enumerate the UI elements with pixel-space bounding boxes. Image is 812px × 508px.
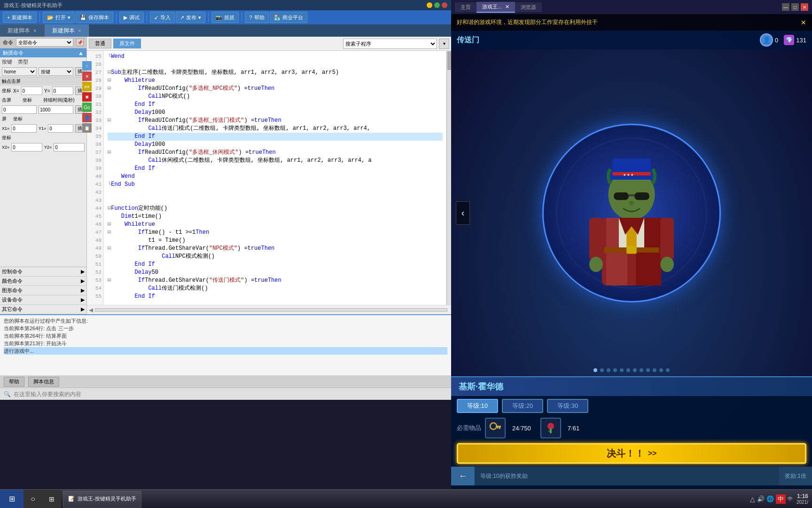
- swipe-x2-input[interactable]: [11, 143, 42, 151]
- search-dropdown-btn[interactable]: ▾: [439, 39, 449, 49]
- win-maximize[interactable]: □: [791, 3, 799, 11]
- scrollbar-thumb[interactable]: [447, 51, 451, 70]
- svg-rect-12: [629, 194, 635, 196]
- help-button[interactable]: ? 帮助: [245, 12, 268, 23]
- side-icon-2[interactable]: ✕: [82, 71, 92, 81]
- code-editor: 普通 原文件 搜索子程序 ▾: [87, 37, 451, 314]
- expand-icon4: ▶: [81, 297, 85, 303]
- maximize-btn[interactable]: [434, 2, 440, 8]
- folder-icon: 📂: [47, 15, 54, 21]
- taskbar-item-ide[interactable]: 📝 游戏王-按键精灵手机助手: [63, 491, 141, 508]
- svg-point-17: [660, 256, 674, 271]
- commerce-button[interactable]: 🏪 商业平台: [270, 12, 307, 23]
- shop-icon: 🏪: [274, 15, 281, 21]
- control-commands[interactable]: 控制命令 ▶: [0, 267, 86, 277]
- import-button[interactable]: ↙ 导入: [150, 12, 175, 23]
- reward-multiplier: 奖励:1倍: [779, 467, 812, 485]
- ide-app-icon: 📝: [68, 496, 75, 502]
- toolbar-separator4: [208, 13, 209, 22]
- side-icon-go[interactable]: Go: [82, 103, 92, 112]
- taskbar-view-button[interactable]: ⊞: [42, 490, 61, 508]
- level-tabs: 等级:10 等级:20 等级:30: [451, 396, 812, 416]
- win-controls[interactable]: —: [782, 3, 789, 11]
- tray-label: 中: [788, 495, 793, 502]
- publish-button[interactable]: ↗ 发布 ▾: [176, 12, 205, 23]
- debug-button[interactable]: ▶ 调试: [119, 12, 144, 23]
- tab-close-2[interactable]: ✕: [78, 28, 81, 33]
- save-button[interactable]: 💾 保存脚本: [76, 12, 113, 23]
- key-select[interactable]: home: [2, 67, 37, 76]
- collapse-icon[interactable]: ▲: [78, 50, 84, 56]
- subroutine-search-select[interactable]: 搜索子程序: [343, 39, 437, 49]
- taskbar-search-button[interactable]: ○: [23, 490, 42, 508]
- tab-normal[interactable]: 普通: [89, 39, 111, 48]
- tab-new-script-2[interactable]: 新建脚本 ✕: [45, 24, 89, 37]
- key-row: 按键 类型: [0, 57, 86, 66]
- nav-arrow-left[interactable]: ‹: [456, 201, 470, 225]
- press-x-input[interactable]: [2, 105, 37, 114]
- level-tab-20[interactable]: 等级:20: [502, 399, 543, 413]
- code-line-35: End If: [108, 133, 443, 141]
- side-icon-4[interactable]: ✖: [82, 92, 92, 102]
- open-button[interactable]: 📂 打开 ▾: [43, 12, 75, 23]
- color-commands[interactable]: 颜色命令 ▶: [0, 277, 86, 286]
- level-tab-10[interactable]: 等级:10: [457, 399, 498, 413]
- script-bottom-tabs: 帮助 脚本信息: [0, 375, 451, 388]
- level-tab-30[interactable]: 等级:30: [547, 399, 588, 413]
- command-select[interactable]: 全部命令: [16, 38, 73, 47]
- y-input[interactable]: [52, 87, 73, 95]
- side-icon-5[interactable]: 👤: [82, 113, 92, 122]
- device-commands[interactable]: 设备命令 ▶: [0, 295, 86, 305]
- help-tab[interactable]: 帮助: [4, 377, 24, 387]
- ime-icon[interactable]: 中: [776, 494, 786, 504]
- shape-commands[interactable]: 图形命令 ▶: [0, 286, 86, 295]
- search-input[interactable]: [14, 391, 447, 397]
- win-close[interactable]: ✕: [801, 3, 808, 11]
- code-line-40: Wend: [108, 173, 443, 181]
- minimize-btn[interactable]: [427, 2, 432, 8]
- scroll-left-icon[interactable]: ◀: [89, 307, 93, 313]
- title-bar: 游戏王-按键精灵手机助手: [0, 0, 451, 10]
- taskbar: ⊞ ○ ⊞ 📝 游戏王-按键精灵手机助手 △ 🔊 🌐 中 中 1:16 20: [0, 489, 812, 508]
- character-card: 基斯·霍华德 等级:10 等级:20 等级:30 必需物品: [451, 376, 812, 508]
- code-line-31: End If: [108, 101, 443, 109]
- game-tab-close[interactable]: ✕: [505, 4, 509, 9]
- volume-icon[interactable]: 🔊: [757, 495, 765, 502]
- side-icon-3[interactable]: ≡≡: [82, 82, 92, 91]
- close-btn[interactable]: [442, 2, 447, 8]
- notice-close-icon[interactable]: ✕: [801, 19, 806, 26]
- toolbar-separator5: [242, 13, 242, 22]
- x-input[interactable]: [21, 87, 42, 95]
- capture-button[interactable]: 📷 抓抓: [211, 12, 239, 23]
- swipe-y1-input[interactable]: [48, 124, 73, 133]
- side-icon-1[interactable]: ↑: [82, 61, 92, 71]
- swipe-y2-input[interactable]: [54, 143, 85, 151]
- network-icon[interactable]: 🌐: [766, 495, 774, 502]
- home-tab[interactable]: 主页: [455, 2, 476, 12]
- browser-tab[interactable]: 浏览器: [515, 2, 542, 12]
- hud-title: 传送门: [457, 35, 479, 45]
- pin-button[interactable]: 📌: [76, 39, 84, 46]
- type-select[interactable]: 按键: [39, 67, 73, 76]
- tab-source[interactable]: 原文件: [113, 39, 141, 48]
- tab-close-1[interactable]: ✕: [33, 28, 37, 33]
- new-script-button[interactable]: + 新建脚本: [3, 12, 37, 23]
- h-scroll-track[interactable]: [95, 308, 447, 312]
- script-info-tab[interactable]: 脚本信息: [28, 377, 59, 387]
- swipe-x1-input[interactable]: [11, 124, 37, 133]
- start-button[interactable]: ⊞: [0, 490, 23, 508]
- svg-rect-10: [614, 192, 629, 200]
- item-1-count: 24/750: [512, 425, 531, 432]
- expand-icon: ▶: [81, 269, 85, 275]
- tab-new-script-1[interactable]: 新建脚本 ✕: [0, 24, 45, 37]
- side-icon-6[interactable]: 📋: [82, 123, 92, 133]
- horizontal-scroll-bar[interactable]: ◀: [87, 305, 451, 314]
- dot-2: [607, 368, 610, 372]
- duel-button[interactable]: 决斗！！: [457, 443, 806, 464]
- duration-input[interactable]: [39, 105, 73, 114]
- other-commands[interactable]: 其它命令 ▶: [0, 305, 86, 314]
- game-tab[interactable]: 游戏王... ✕: [476, 2, 515, 13]
- back-button[interactable]: ←: [451, 467, 475, 485]
- view-tabs: 普通 原文件: [89, 39, 141, 48]
- vertical-scrollbar[interactable]: [446, 51, 451, 305]
